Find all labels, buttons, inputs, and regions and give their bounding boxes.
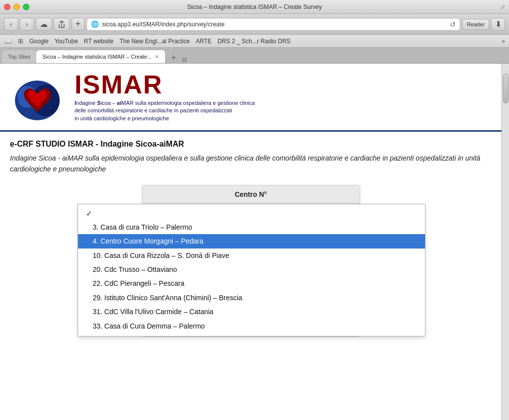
toolbar: ‹ › ☁ + 🌐 sicoa.app3.eu/ISMAR/index.php/… bbox=[0, 14, 509, 35]
share-button[interactable] bbox=[54, 18, 70, 31]
cloud-button[interactable]: ☁ bbox=[36, 18, 52, 31]
ismar-header: ISMAR Indagine Sicoa – aiMAR sulla epide… bbox=[0, 64, 502, 132]
bookmarks-overflow-button[interactable]: » bbox=[502, 38, 505, 45]
traffic-lights bbox=[4, 3, 29, 10]
dropdown-item-22[interactable]: 22. CdC Pierangeli – Pescara bbox=[78, 276, 425, 290]
tab-sicoa[interactable]: Sicoa – Indagine statistica ISMAR – Crea… bbox=[36, 50, 165, 63]
window-title: Sicoa – Indagine statistica ISMAR – Crea… bbox=[187, 3, 322, 10]
back-button[interactable]: ‹ bbox=[4, 18, 18, 31]
select-container: Centro N° ✓ 3. Casa di cura Triolo – Pal… bbox=[142, 185, 360, 337]
new-tab-button[interactable]: + bbox=[72, 18, 85, 31]
forward-button[interactable]: › bbox=[20, 18, 34, 31]
bookmark-drs[interactable]: DRS 2 _ Sch...r Radio DRS bbox=[218, 38, 291, 45]
dropdown-item-10[interactable]: 10. Casa di Cura Rizzola – S. Donà di Pi… bbox=[78, 249, 425, 262]
bookmark-google[interactable]: Google bbox=[29, 38, 49, 45]
dropdown-check-mark: ✓ bbox=[78, 207, 425, 220]
bookmark-youtube[interactable]: YouTube bbox=[55, 38, 78, 45]
scrollbar-thumb[interactable] bbox=[503, 74, 509, 103]
dropdown-item-29[interactable]: 29. Istituto Clinico Sant'Anna (Chimini)… bbox=[78, 291, 425, 305]
tabs-bar: Top Sites Sicoa – Indagine statistica IS… bbox=[0, 48, 509, 64]
tab-close-icon[interactable]: ✕ bbox=[155, 54, 159, 60]
browser-content: ISMAR Indagine Sicoa – aiMAR sulla epide… bbox=[0, 64, 509, 420]
secure-icon: 🌐 bbox=[91, 20, 99, 28]
url-text[interactable]: sicoa.app3.eu/ISMAR/index.php/survey/cre… bbox=[102, 21, 447, 28]
url-bar[interactable]: 🌐 sicoa.app3.eu/ISMAR/index.php/survey/c… bbox=[86, 18, 460, 31]
reader-button[interactable]: Reader bbox=[462, 19, 489, 30]
tab-list-button[interactable]: ⊟ bbox=[182, 56, 187, 63]
ismar-title: ISMAR bbox=[75, 72, 492, 97]
maximize-button[interactable] bbox=[23, 3, 29, 10]
dropdown-list: ✓ 3. Casa di cura Triolo – Palermo 4. Ce… bbox=[78, 204, 425, 336]
ismar-subtitle: Indagine Sicoa – aiMAR sulla epidemiolog… bbox=[75, 99, 492, 122]
ecrf-title: e-CRF STUDIO ISMAR - Indagine Sicoa-aiMA… bbox=[10, 140, 492, 149]
bookmarks-icon[interactable]: 📖 bbox=[4, 37, 12, 45]
new-tab-add-button[interactable]: + bbox=[167, 52, 180, 63]
bookmark-rt[interactable]: RT website bbox=[84, 38, 114, 45]
select-header: Centro N° bbox=[142, 185, 360, 204]
dropdown-item-3[interactable]: 3. Casa di cura Triolo – Palermo bbox=[78, 220, 425, 234]
tab-label: Sicoa – Indagine statistica ISMAR – Crea… bbox=[42, 54, 152, 60]
dropdown-item-4[interactable]: 4. Centro Cuore Morgagni – Pedara bbox=[78, 234, 425, 248]
bookmarks-bar: 📖 ⊞ Google YouTube RT website The New En… bbox=[0, 35, 509, 48]
scrollbar[interactable] bbox=[502, 64, 509, 420]
page-content: ISMAR Indagine Sicoa – aiMAR sulla epide… bbox=[0, 64, 502, 420]
bookmark-nejm[interactable]: The New Engl...al Practice bbox=[119, 38, 189, 45]
minimize-button[interactable] bbox=[13, 3, 20, 10]
bookmark-arte[interactable]: ARTE bbox=[196, 38, 212, 45]
dropdown-item-20[interactable]: 20. Cdc Trusso – Ottaviano bbox=[78, 262, 425, 276]
tab-label: Top Sites bbox=[8, 54, 30, 60]
ismar-title-block: ISMAR Indagine Sicoa – aiMAR sulla epide… bbox=[75, 72, 492, 122]
ismar-logo bbox=[10, 70, 65, 124]
tab-top-sites[interactable]: Top Sites bbox=[2, 50, 36, 63]
ecrf-description: Indagine Sicoa - aiMAR sulla epidemiolog… bbox=[10, 153, 492, 175]
resize-icon: ⤢ bbox=[501, 3, 505, 10]
close-button[interactable] bbox=[4, 3, 10, 10]
ismar-subtitle-bold: Indagine Sicoa – aiMAR bbox=[75, 100, 134, 106]
grid-icon[interactable]: ⊞ bbox=[18, 37, 23, 45]
download-button[interactable]: ⬇ bbox=[491, 18, 505, 31]
title-bar: Sicoa – Indagine statistica ISMAR – Crea… bbox=[0, 0, 509, 14]
refresh-button[interactable]: ↺ bbox=[450, 20, 456, 28]
dropdown-item-31[interactable]: 31. CdC Villa l'Ulivo Carmide – Catania bbox=[78, 305, 425, 319]
dropdown-item-33[interactable]: 33. Casa di Cura Demma – Palermo bbox=[78, 319, 425, 333]
main-content: e-CRF STUDIO ISMAR - Indagine Sicoa-aiMA… bbox=[0, 132, 502, 345]
